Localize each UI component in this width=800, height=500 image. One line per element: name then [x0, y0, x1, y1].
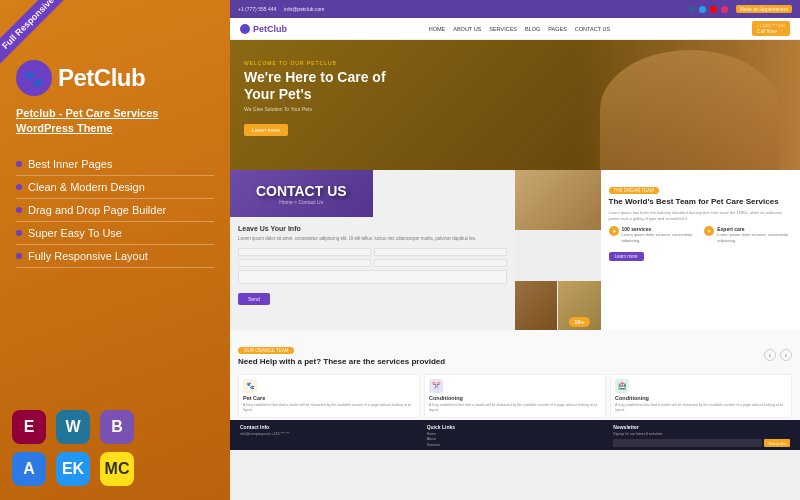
form-description: Lorem ipsum dolor sit amet, consectetur … — [238, 236, 507, 242]
service3-name: Conditioning — [615, 395, 787, 401]
feat2-text: Expert care Lorem ipsum dolor sit amet, … — [717, 226, 792, 243]
icon-row-1: E W B — [12, 410, 218, 444]
service2-name: Conditioning — [429, 395, 601, 401]
contact-title-area: CONTACT US Home > Contact Us — [230, 170, 373, 217]
right-half: 16+ THE DREAM TEAM The World's Best Team… — [515, 170, 800, 330]
instagram-icon — [721, 6, 728, 13]
hero-subtitle: We Give Solution To Your Pets — [244, 106, 404, 112]
elementor-icon: E — [12, 410, 46, 444]
service2-icon: ✂️ — [429, 379, 443, 393]
feat1-desc: Lorem ipsum dolor sit amet, consectetur … — [622, 232, 697, 243]
brand-icon: 🐾 — [16, 60, 52, 96]
nav-logo-icon: 🐾 — [240, 24, 250, 34]
subscribe-btn[interactable]: Subscribe — [764, 439, 790, 447]
avada-icon: A — [12, 452, 46, 486]
tech-icons-section: E W B A EK MC — [12, 410, 218, 486]
nav-btn-label: Call Now — [757, 28, 785, 34]
mini-topbar: +1 (777) 555 444 info@petclub.com Make a… — [230, 0, 800, 18]
nav-pages[interactable]: PAGES — [548, 26, 567, 32]
nav-cta-btn[interactable]: +1 5555 *** 444 Call Now — [752, 21, 790, 36]
bootstrap-icon: B — [100, 410, 134, 444]
nav-home[interactable]: HOME — [429, 26, 446, 32]
form-row-1 — [238, 248, 507, 256]
form-message[interactable] — [238, 270, 507, 284]
brand-name: PetClub — [58, 64, 145, 92]
mid-section: CONTACT US Home > Contact Us Leave Us Yo… — [230, 170, 800, 330]
team-badge: THE DREAM TEAM — [609, 187, 659, 194]
team-description: Lorem ipsum has been the industry standa… — [609, 210, 793, 222]
youtube-icon — [710, 6, 717, 13]
hero-title: We're Here to Care of Your Pet's — [244, 69, 404, 103]
contact-panel: CONTACT US Home > Contact Us Leave Us Yo… — [230, 170, 515, 330]
appointment-btn[interactable]: Make an Appointment — [736, 5, 792, 13]
service1-name: Pet Care — [243, 395, 415, 401]
form-fullname[interactable] — [238, 248, 371, 256]
left-content: 🐾 PetClub Petclub - Pet Care Services Wo… — [0, 0, 230, 500]
ek-icon: EK — [56, 452, 90, 486]
nav-about[interactable]: ABOUT US — [453, 26, 481, 32]
service1-text: A long established fact that a reader wi… — [243, 403, 415, 413]
services-section: OUR ORANGE TEAM Need Help with a pet? Th… — [230, 330, 800, 420]
contact-header: CONTACT US Home > Contact Us — [230, 170, 373, 217]
feature-item: Drag and Drop Page Builder — [16, 199, 214, 222]
service-card-2: ✂️ Conditioning A long established fact … — [424, 374, 606, 418]
nav-items: HOME ABOUT US SERVICES BLOG PAGES CONTAC… — [429, 26, 610, 32]
facebook-icon — [688, 6, 695, 13]
footer-col3-text: Signup for our latest & activities — [613, 432, 790, 437]
hero-content: WELCOME TO OUR PETCLUB We're Here to Car… — [244, 60, 404, 136]
icon-row-2: A EK MC — [12, 452, 218, 486]
mini-hero: WELCOME TO OUR PETCLUB We're Here to Car… — [230, 40, 800, 170]
feat2-icon: ♥ — [704, 226, 714, 236]
nav-services[interactable]: SERVICES — [489, 26, 517, 32]
footer-col-3: Newsletter Signup for our latest & activ… — [613, 424, 790, 447]
footer-col-2: Quick Links HomeAboutServices — [427, 424, 604, 448]
left-panel: Full Responsive 🐾 PetClub Petclub - Pet … — [0, 0, 230, 500]
services-badge: OUR ORANGE TEAM — [238, 347, 294, 354]
form-service[interactable] — [238, 259, 371, 267]
feature-item: Super Easy To Use — [16, 222, 214, 245]
contact-breadcrumb: Home > Contact Us — [279, 199, 323, 205]
contact-form: Leave Us Your Info Lorem ipsum dolor sit… — [230, 217, 515, 330]
footer-col-1: Contact Info info@company.com +555 *** *… — [240, 424, 417, 437]
nav-contact[interactable]: CONTACT US — [575, 26, 610, 32]
footer-subscribe: Subscribe — [613, 439, 790, 447]
nav-brand-name: PetClub — [253, 24, 287, 34]
footer-col2-text: HomeAboutServices — [427, 432, 604, 448]
footer-col1-text: info@company.com +555 *** *** — [240, 432, 417, 437]
form-submit-btn[interactable]: Send — [238, 293, 270, 305]
feature-item: Fully Responsive Layout — [16, 245, 214, 268]
wordpress-icon: W — [56, 410, 90, 444]
form-title: Leave Us Your Info — [238, 225, 507, 232]
next-arrow[interactable]: › — [780, 349, 792, 361]
footer-col2-title: Quick Links — [427, 424, 604, 430]
prev-arrow[interactable]: ‹ — [764, 349, 776, 361]
feature-item: Clean & Modern Design — [16, 176, 214, 199]
exp-badge: 16+ — [569, 317, 589, 327]
form-email[interactable] — [374, 248, 507, 256]
hero-cta-btn[interactable]: Learn more — [244, 124, 288, 136]
form-phone[interactable] — [374, 259, 507, 267]
photo-2: 16+ — [558, 281, 600, 331]
services-header-left: OUR ORANGE TEAM Need Help with a pet? Th… — [238, 338, 445, 372]
nav-blog[interactable]: BLOG — [525, 26, 540, 32]
brand-tagline: Petclub - Pet Care Services WordPress Th… — [16, 106, 214, 137]
mini-website: +1 (777) 555 444 info@petclub.com Make a… — [230, 0, 800, 500]
service3-text: A long established fact that a reader wi… — [615, 403, 787, 413]
contact-title: CONTACT US — [256, 183, 347, 199]
nav-brand: 🐾 PetClub — [240, 24, 287, 34]
brand-logo: 🐾 PetClub — [16, 60, 214, 96]
newsletter-input[interactable] — [613, 439, 762, 447]
topbar-right: Make an Appointment — [688, 5, 792, 13]
photo-1 — [515, 281, 557, 331]
footer-col3-title: Newsletter — [613, 424, 790, 430]
photos-grid: 16+ — [515, 170, 601, 330]
team-learn-btn[interactable]: Learn more — [609, 252, 644, 261]
twitter-icon — [699, 6, 706, 13]
hero-dog-figure — [600, 50, 780, 170]
form-row-2 — [238, 259, 507, 267]
service2-text: A long established fact that a reader wi… — [429, 403, 601, 413]
service-card-1: 🐾 Pet Care A long established fact that … — [238, 374, 420, 418]
team-feat-1: ★ 100 services Lorem ipsum dolor sit ame… — [609, 226, 697, 243]
feat1-text: 100 services Lorem ipsum dolor sit amet,… — [622, 226, 697, 243]
feat2-desc: Lorem ipsum dolor sit amet, consectetur … — [717, 232, 792, 243]
